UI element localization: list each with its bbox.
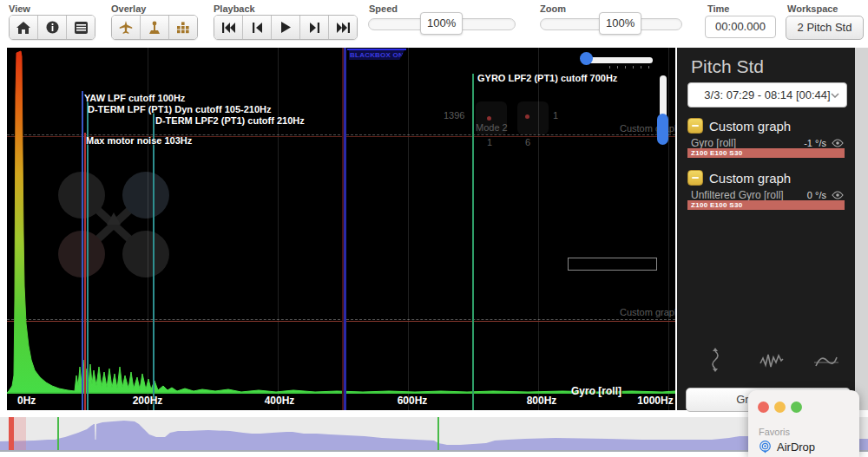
stick-right-num: 1: [553, 110, 558, 121]
skip-to-end-button[interactable]: [329, 16, 357, 39]
craft-overlay-button[interactable]: [112, 16, 141, 39]
airdrop-label: AirDrop: [777, 441, 815, 454]
airdrop-icon: [759, 441, 772, 454]
finder-window[interactable]: Favoris AirDrop: [748, 390, 859, 457]
home-icon: [16, 22, 30, 34]
custom-graph-watermark-2: Custom graph: [620, 307, 675, 317]
visibility-eye-icon[interactable]: [832, 191, 844, 199]
slider-tick: [648, 66, 649, 69]
zoom-group-label: Zoom: [540, 3, 566, 14]
time-field[interactable]: 00:00.000: [705, 16, 776, 38]
log-select-dropdown[interactable]: 3/3: 07:29 - 08:14 [00:44]: [687, 82, 847, 108]
dterm-lpf-label: D-TERM LPF (PT1) Dyn cutoff 105-210Hz: [88, 104, 271, 114]
slider-tick: [609, 66, 610, 69]
stick-dot-right: [525, 114, 529, 119]
visibility-eye-icon[interactable]: [832, 139, 844, 147]
close-window-button[interactable]: [758, 402, 769, 413]
axis-tick-400hz: 400Hz: [265, 395, 295, 407]
collapse-graph-button-2[interactable]: [687, 170, 703, 186]
collapse-graph-button[interactable]: [687, 118, 703, 134]
yaw-lpf-cutoff-line: [82, 91, 83, 410]
spectrum-chart[interactable]: BLACKBOX ON YAW LPF cutoff 100Hz D-TERM …: [7, 48, 675, 410]
speed-group-label: Speed: [369, 3, 398, 14]
log-fields-button[interactable]: [67, 16, 95, 39]
motor-noise-line: [84, 133, 86, 410]
log-info-button[interactable]: [38, 16, 67, 39]
smoothed-signal-icon[interactable]: [814, 353, 838, 370]
slider-tick: [633, 66, 634, 69]
seek-position-marker[interactable]: [9, 417, 14, 450]
field-row-unfiltered-gyro: Unfiltered Gyro [roll] 0 °/s: [691, 189, 844, 201]
step-forward-button[interactable]: [300, 16, 329, 39]
log-fields-icon: [75, 22, 88, 34]
workspace-title: Pitch Std: [691, 56, 764, 77]
time-group-label: Time: [707, 3, 729, 14]
blackbox-explorer-window: View Overlay Playback: [0, 0, 868, 457]
dterm-dyn-cutoff-line: [87, 101, 89, 410]
minus-icon: [692, 177, 699, 179]
blackbox-flag-bar: [347, 49, 406, 50]
workspace-button[interactable]: 2 Pitch Std: [786, 16, 864, 40]
skip-start-icon: [222, 23, 235, 33]
custom-graph-title-1: Custom graph: [709, 119, 791, 134]
overlay-group-label: Overlay: [111, 3, 146, 14]
horizontal-zoom-slider-handle[interactable]: [580, 52, 593, 65]
axis-tick-0hz: 0Hz: [17, 395, 36, 407]
field-value: 0 °/s: [807, 190, 826, 200]
gyro-lpf2-label: GYRO LPF2 (PT1) cutoff 700Hz: [477, 73, 617, 83]
seekbar-waveform: [0, 417, 868, 450]
analyser-icon: [176, 21, 190, 34]
speed-slider-value[interactable]: 100%: [420, 12, 463, 35]
maximize-window-button[interactable]: [791, 402, 802, 413]
log-seekbar[interactable]: [0, 417, 868, 452]
field-value: -1 °/s: [804, 138, 826, 148]
value-outline-box: [568, 258, 657, 271]
stick-dot-left: [487, 116, 491, 121]
y-zoom-icon[interactable]: [704, 348, 727, 372]
play-icon: [281, 22, 291, 33]
skip-end-icon: [337, 23, 350, 33]
sticks-icon: [148, 21, 161, 35]
smoothing-badge-1: Z100 E100 S30: [687, 148, 845, 158]
step-forward-icon: [310, 23, 319, 33]
axis-tick-1000hz: 1000Hz: [637, 395, 673, 407]
playback-group-label: Playback: [214, 3, 255, 14]
step-back-icon: [253, 23, 262, 33]
sticks-overlay-button[interactable]: [141, 16, 169, 39]
custom-graph-header-2: Custom graph: [687, 170, 791, 186]
yaw-lpf-label: YAW LPF cutoff 100Hz: [84, 93, 185, 103]
skip-to-start-button[interactable]: [214, 16, 243, 39]
trace-label: Gyro [roll]: [571, 385, 621, 397]
craft-icon: [119, 21, 133, 35]
sidebar-item-airdrop[interactable]: AirDrop: [759, 441, 815, 454]
play-button[interactable]: [272, 16, 300, 39]
vertical-zoom-slider-handle[interactable]: [657, 114, 668, 145]
step-back-button[interactable]: [243, 16, 272, 39]
log-select-value: 3/3: 07:29 - 08:14 [00:44]: [704, 88, 830, 101]
axis-tick-200hz: 200Hz: [133, 395, 163, 407]
stick-box-right: [517, 101, 549, 134]
view-button-group: [9, 15, 95, 40]
custom-graph-header-1: Custom graph: [687, 118, 791, 134]
slider-tick: [625, 66, 626, 69]
overlay-button-group: [111, 15, 198, 40]
smoothing-badge-2: Z100 E100 S30: [687, 200, 845, 210]
slider-tick: [641, 66, 641, 69]
motor-noise-label: Max motor noise 103Hz: [86, 135, 192, 146]
home-view-button[interactable]: [10, 16, 38, 39]
axis-tick-800hz: 800Hz: [527, 395, 557, 407]
log-sidebar: Pitch Std 3/3: 07:29 - 08:14 [00:44] Cus…: [677, 48, 855, 410]
toolbar: View Overlay Playback: [0, 0, 868, 43]
custom-graph-title-2: Custom graph: [709, 171, 791, 186]
seek-event-marker-1: [57, 417, 59, 450]
raw-signal-icon[interactable]: [760, 351, 784, 370]
analyser-overlay-button[interactable]: [169, 16, 197, 39]
slider-tick: [617, 66, 618, 69]
scroll-gutter: [855, 48, 868, 410]
gyro-lpf2-cutoff-line: [472, 74, 474, 410]
seek-selection-tint: [14, 417, 26, 450]
minimize-window-button[interactable]: [774, 402, 786, 413]
blackbox-on-badge: BLACKBOX ON: [349, 50, 404, 60]
chevron-down-icon: [831, 93, 839, 98]
zoom-slider-value[interactable]: 100%: [599, 12, 641, 35]
